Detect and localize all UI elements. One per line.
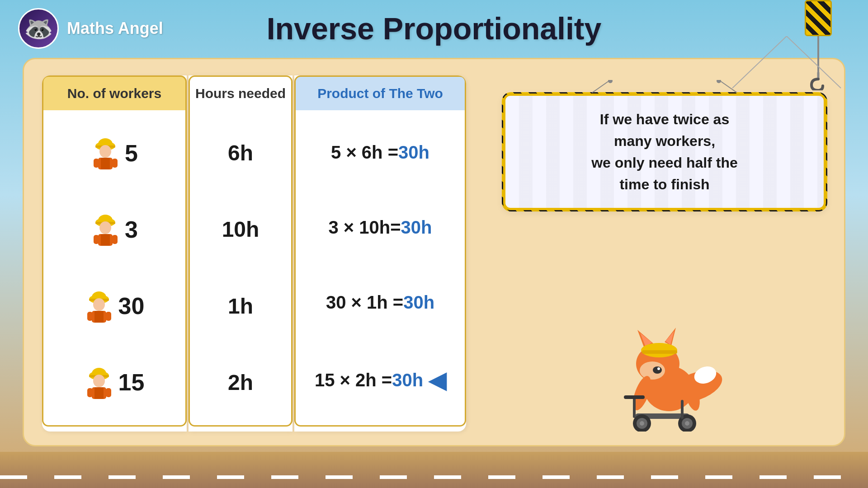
svg-rect-10 [112,159,118,168]
svg-point-22 [93,298,105,311]
hours-value-2: 10h [222,217,259,242]
logo: 🦝 [18,8,59,49]
svg-rect-33 [87,388,93,397]
worker-icon-4 [85,366,114,399]
svg-rect-18 [112,235,118,244]
worker-icon-1 [91,136,120,170]
col-workers-header: No. of workers [42,75,187,110]
svg-point-30 [93,375,105,387]
product-highlight-4: 30h [392,370,423,390]
worker-cell-4: 15 [85,366,145,399]
arrow-icon: ◀ [429,367,446,394]
info-line-3: we only need half the [520,152,809,174]
table-row: 2h [190,364,291,401]
info-line-4: time to finish [520,174,809,195]
road-stripe [0,475,868,479]
fox-mascot-icon [592,305,737,432]
data-table: No. of workers [42,75,485,432]
worker-cell-1: 5 [91,136,138,170]
crane-hook-icon [807,72,830,90]
hours-value-3: 1h [228,294,253,319]
svg-rect-55 [624,395,645,399]
workers-count-3: 30 [118,292,145,319]
table-row: 5 × 6h = 30h [296,136,465,169]
table-row: 30 × 1h = 30h [296,286,465,319]
workers-count-2: 3 [125,216,138,243]
info-line-2: many workers, [520,130,809,152]
svg-point-38 [717,80,721,83]
svg-line-36 [719,80,737,93]
hours-value-1: 6h [228,141,253,165]
svg-rect-24 [94,311,104,323]
svg-point-62 [685,421,689,426]
right-panel: If we have twice as many workers, we onl… [503,75,826,432]
info-box: If we have twice as many workers, we onl… [503,94,826,210]
svg-rect-48 [642,350,677,354]
worker-icon-2 [91,212,120,246]
product-highlight-1: 30h [398,142,429,163]
svg-point-50 [653,366,662,374]
col-product: Product of The Two 5 × 6h = 30h 3 × 10h=… [294,75,466,432]
table-row: 10h [190,211,291,248]
svg-rect-8 [101,158,110,169]
svg-rect-26 [106,312,111,321]
product-highlight-2: 30h [401,217,432,238]
svg-line-35 [592,80,610,93]
col-hours: Hours needed 6h 10h 1h 2h [189,75,292,432]
crane-decoration [791,0,845,90]
svg-point-37 [608,80,613,83]
header: 🦝 Maths Angel Inverse Proportionality [0,0,868,53]
hours-value-4: 2h [228,370,253,395]
svg-point-14 [99,221,111,234]
brand-name: Maths Angel [67,19,163,38]
workers-count-4: 15 [118,369,145,396]
suspension-wires-icon [574,80,755,94]
product-highlight-3: 30h [403,292,434,313]
table-row: 3 × 10h= 30h [296,211,465,244]
svg-point-6 [99,145,111,158]
worker-cell-2: 3 [91,212,138,246]
table-row: 1h [190,287,291,325]
svg-rect-17 [94,235,99,244]
svg-rect-9 [94,159,99,168]
product-prefix-1: 5 × 6h = [331,142,398,163]
info-box-container: If we have twice as many workers, we onl… [503,80,826,210]
main-content: No. of workers [23,58,845,446]
col-workers: No. of workers [42,75,187,432]
col-hours-header: Hours needed [189,75,292,110]
table-row: 15 [43,359,185,406]
svg-point-59 [640,421,644,426]
col-product-body: 5 × 6h = 30h 3 × 10h= 30h 30 × 1h = 30h … [294,110,466,427]
info-line-1: If we have twice as [520,108,809,130]
svg-point-51 [657,367,660,370]
col-hours-body: 6h 10h 1h 2h [189,110,292,427]
svg-rect-34 [106,388,111,397]
product-prefix-2: 3 × 10h= [328,217,401,238]
col-workers-body: 5 [42,110,187,427]
table-row: 5 [43,130,185,176]
svg-rect-25 [87,312,93,321]
col-product-header: Product of The Two [294,75,466,110]
product-prefix-3: 30 × 1h = [326,292,403,313]
table-row: 3 [43,206,185,253]
table-row: 15 × 2h = 30h ◀ [296,361,465,400]
worker-cell-3: 30 [85,289,145,323]
page-title: Inverse Proportionality [267,11,602,46]
table-row: 30 [43,283,185,329]
workers-count-1: 5 [125,140,138,167]
product-prefix-4: 15 × 2h = [315,370,392,390]
worker-icon-3 [85,289,114,323]
table-row: 6h [190,134,291,172]
fox-container [503,219,826,432]
svg-rect-32 [94,387,104,399]
road-decoration [0,452,868,488]
svg-rect-16 [101,234,110,246]
svg-rect-63 [681,400,684,419]
